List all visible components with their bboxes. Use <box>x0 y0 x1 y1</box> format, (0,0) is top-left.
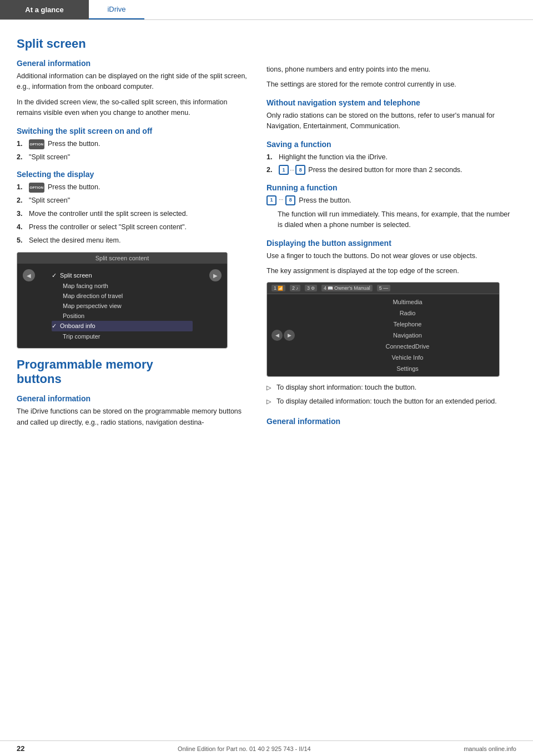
display-btn-5: 5 — <box>377 285 391 291</box>
controller-arrows-left: ◀ <box>23 269 35 281</box>
switching-heading: Switching the split screen on and off <box>17 127 250 135</box>
display-nav-arrows: ◀ ▶ <box>271 330 295 341</box>
saving-step-2: 2. 1 ··· 8 Press the desired button for … <box>266 165 516 175</box>
saving-heading: Saving a function <box>266 140 516 149</box>
footer: 22 Online Edition for Part no. 01 40 2 9… <box>0 740 533 756</box>
nav-tab-at-a-glance[interactable]: At a glance <box>0 0 89 19</box>
saving-step-1: 1. Highlight the function via the iDrive… <box>266 152 516 163</box>
general-info-heading: General information <box>17 59 250 68</box>
arrow-right[interactable]: ▶ <box>209 269 222 281</box>
programmable-general-info-para1: The iDrive functions can be stored on th… <box>17 406 250 428</box>
bullet-detailed-info: ▷ To display detailed information: touch… <box>266 396 516 407</box>
display-arrow-left[interactable]: ◀ <box>271 330 283 341</box>
display-menu-settings: Settings <box>338 363 477 374</box>
display-top-bar: 1 📶 2 ♪ 3 ⚙ 4 📖 Owner's Manual 5 — <box>267 283 499 294</box>
page-number: 22 <box>17 744 24 753</box>
display-btn-3: 3 ⚙ <box>305 285 317 291</box>
footer-center: Online Edition for Part no. 01 40 2 925 … <box>178 745 311 752</box>
running-heading: Running a function <box>266 183 516 192</box>
menu-item-split-screen: ✓ Split screen <box>52 270 193 281</box>
menu-item-map-north: Map facing north <box>52 281 193 291</box>
selecting-heading: Selecting the display <box>17 170 250 179</box>
programmable-general-info-heading: General information <box>17 394 250 403</box>
without-nav-para: Only radio stations can be stored on the… <box>266 110 516 132</box>
screen-menu: ✓ Split screen Map facing north Map dire… <box>35 267 209 345</box>
menu-item-trip-computer: Trip computer <box>52 331 193 341</box>
switching-step-1: 1. Press the button. <box>17 139 250 149</box>
footer-right: manuals online.info <box>464 745 516 752</box>
programmable-section: Programmable memory buttons General info… <box>17 357 250 428</box>
screen-title-bar: Split screen content <box>17 253 227 264</box>
selecting-steps: 1. Press the button. 2. "Split screen" 3… <box>17 182 250 245</box>
running-step: 1 ··· 8 Press the button. <box>266 195 516 206</box>
selecting-step-2: 2. "Split screen" <box>17 195 250 206</box>
selecting-step-4: 4. Press the controller or select "Split… <box>17 222 250 233</box>
menu-item-map-perspective: Map perspective view <box>52 301 193 311</box>
menu-item-map-direction: Map direction of travel <box>52 291 193 301</box>
display-body: ◀ ▶ Multimedia Radio Telephone Navigatio… <box>267 294 499 376</box>
programmable-title: Programmable memory buttons <box>17 357 250 386</box>
switching-step-2: 2. "Split screen" <box>17 152 250 163</box>
run-button-icons: 1 ··· 8 <box>266 195 295 205</box>
continued-text: tions, phone numbers and entry points in… <box>266 64 516 75</box>
nav-tab-idrive[interactable]: iDrive <box>89 0 144 19</box>
top-navigation: At a glance iDrive <box>0 0 533 20</box>
save-button-icons: 1 ··· 8 <box>279 165 305 175</box>
option-button-icon-2 <box>29 183 44 193</box>
displaying-para1: Use a finger to touch the buttons. Do no… <box>266 251 516 261</box>
switching-steps: 1. Press the button. 2. "Split screen" <box>17 139 250 163</box>
split-screen-title: Split screen <box>17 37 250 51</box>
display-screen: 1 📶 2 ♪ 3 ⚙ 4 📖 Owner's Manual 5 — ◀ ▶ M… <box>266 282 500 377</box>
general-info-para2: In the divided screen view, the so-calle… <box>17 97 250 119</box>
display-btn-1: 1 📶 <box>271 285 285 291</box>
settings-stored-text: The settings are stored for the remote c… <box>266 79 516 90</box>
display-menu-vehicle-info: Vehicle Info <box>338 352 477 363</box>
display-menu-navigation: Navigation <box>338 330 477 341</box>
arrow-left[interactable]: ◀ <box>23 269 35 281</box>
run-btn-1: 1 <box>266 195 276 205</box>
display-menu-connecteddrive: ConnectedDrive <box>338 341 477 352</box>
displaying-para2: The key assignment is displayed at the t… <box>266 266 516 276</box>
display-arrow-right[interactable]: ▶ <box>284 330 295 341</box>
save-btn-1: 1 <box>279 165 289 175</box>
display-menu-telephone: Telephone <box>338 319 477 330</box>
display-btn-2: 2 ♪ <box>290 285 300 291</box>
display-btn-4: 4 📖 Owner's Manual <box>321 285 373 291</box>
without-nav-heading: Without navigation system and telephone <box>266 98 516 107</box>
selecting-step-5: 5. Select the desired menu item. <box>17 235 250 246</box>
left-column: Split screen General information Additio… <box>17 31 250 432</box>
displaying-heading: Displaying the button assignment <box>266 239 516 248</box>
menu-item-position: Position <box>52 311 193 321</box>
display-menu-list: Multimedia Radio Telephone Navigation Co… <box>299 294 499 376</box>
general-info-para1: Additional information can be displayed … <box>17 71 250 93</box>
display-menu-radio: Radio <box>338 308 477 319</box>
running-para2: The function will run immediately. This … <box>266 209 516 231</box>
run-btn-2: 8 <box>285 195 295 205</box>
main-content: Split screen General information Additio… <box>0 20 533 443</box>
split-screen-content-image: Split screen content ◀ ✓ Split screen Ma… <box>17 252 228 349</box>
saving-steps: 1. Highlight the function via the iDrive… <box>266 152 516 176</box>
bullet-short-info: ▷ To display short information: touch th… <box>266 382 516 393</box>
menu-item-onboard-info: ✓ Onboard info <box>52 321 193 331</box>
selecting-step-3: 3. Move the controller until the split s… <box>17 209 250 219</box>
save-btn-2: 8 <box>295 165 305 175</box>
display-menu-multimedia: Multimedia <box>338 296 477 308</box>
option-button-icon <box>29 139 44 149</box>
general-info-heading-2: General information <box>266 417 516 426</box>
display-arrows-area: ◀ ▶ <box>267 326 299 344</box>
right-column: tions, phone numbers and entry points in… <box>266 31 516 432</box>
selecting-step-1: 1. Press the button. <box>17 182 250 193</box>
